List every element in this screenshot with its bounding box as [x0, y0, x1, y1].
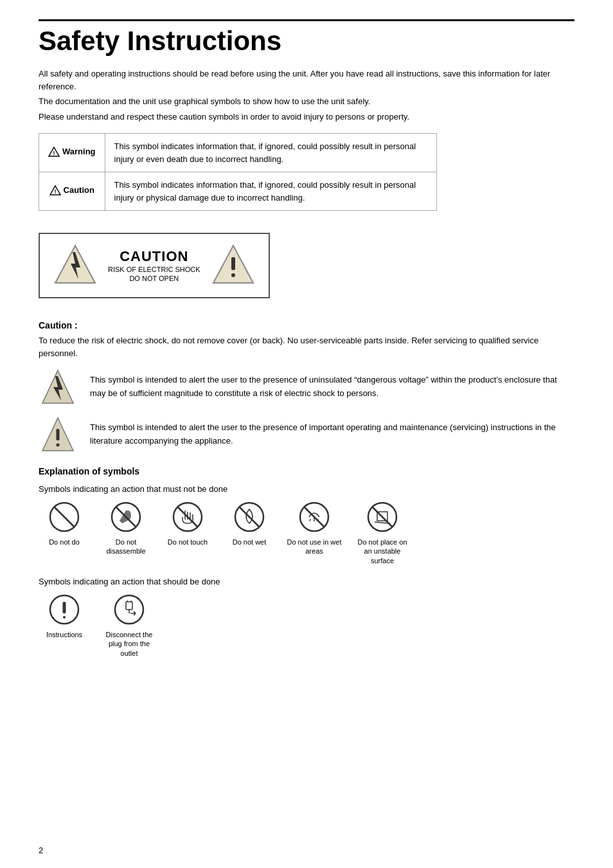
intro-para-3: Please understand and respect these caut…: [39, 111, 574, 123]
page-number: 2: [39, 845, 43, 855]
page-title: Safety Instructions: [39, 19, 574, 56]
do-not-touch-label: Do not touch: [168, 538, 208, 547]
caution-triangle-icon: !: [49, 185, 61, 195]
caution-box-exclamation-icon: [211, 243, 256, 288]
do-not-touch-icon: [171, 500, 204, 534]
caution-box-lightning-icon: [53, 243, 98, 288]
symbol-do-not-wet: Do not wet: [224, 500, 275, 547]
svg-point-12: [57, 444, 60, 447]
prohibited-symbols-row: Do not do Do not disassemble Do not touc…: [39, 500, 574, 565]
caution-box: CAUTION RISK OF ELECTRIC SHOCK DO NOT OP…: [39, 233, 270, 298]
svg-point-32: [63, 616, 66, 619]
required-symbols-row: Instructions Disconnect the plug from th…: [39, 593, 574, 658]
caution-box-line2: DO NOT OPEN: [108, 274, 200, 283]
exclamation-desc-icon: [39, 416, 77, 455]
lightning-description: This symbol is intended to alert the use…: [39, 368, 574, 407]
symbol-do-not-unstable: Do not place on an unstable surface: [353, 500, 411, 565]
disconnect-plug-label: Disconnect the plug from the outlet: [100, 630, 158, 658]
symbol-do-not-touch: Do not touch: [162, 500, 213, 547]
warning-text: This symbol indicates information that, …: [105, 134, 436, 172]
warning-label: ! Warning: [39, 134, 105, 172]
prohibited-label: Symbols indicating an action that must n…: [39, 484, 574, 494]
exclamation-description-text: This symbol is intended to alert the use…: [90, 416, 574, 448]
do-not-wet-areas-icon: [298, 500, 331, 534]
svg-line-28: [372, 507, 393, 527]
table-row-caution: ! Caution This symbol indicates informat…: [39, 172, 437, 211]
lightning-desc-icon: [39, 368, 77, 407]
svg-rect-35: [126, 602, 132, 610]
svg-text:!: !: [53, 150, 55, 156]
svg-line-15: [54, 507, 75, 527]
instructions-label: Instructions: [46, 630, 82, 639]
required-label: Symbols indicating an action that should…: [39, 577, 574, 586]
caution-box-title: CAUTION: [108, 248, 200, 265]
do-not-disassemble-icon: [109, 500, 143, 534]
symbol-do-not-do: Do not do: [39, 500, 90, 547]
do-not-unstable-icon: [366, 500, 399, 534]
intro-para-2: The documentation and the unit use graph…: [39, 95, 574, 108]
caution-text: This symbol indicates information that, …: [105, 172, 436, 211]
do-not-wet-label: Do not wet: [233, 538, 267, 547]
svg-point-7: [231, 273, 235, 277]
explanation-section: Explanation of symbols Symbols indicatin…: [39, 466, 574, 658]
explanation-heading: Explanation of symbols: [39, 466, 574, 476]
do-not-disassemble-label: Do not disassemble: [100, 538, 152, 556]
svg-text:!: !: [54, 188, 56, 195]
disconnect-plug-icon: [112, 593, 146, 626]
caution-section-text: To reduce the risk of electric shock, do…: [39, 334, 574, 359]
instructions-icon: [48, 593, 81, 626]
do-not-unstable-label: Do not place on an unstable surface: [353, 538, 411, 565]
svg-rect-8: [231, 257, 235, 270]
do-not-wet-icon: [233, 500, 266, 534]
warning-triangle-icon: !: [48, 147, 60, 157]
symbol-table: ! Warning This symbol indicates informat…: [39, 133, 437, 211]
do-not-do-label: Do not do: [49, 538, 80, 547]
caution-section-heading: Caution :: [39, 320, 574, 330]
svg-rect-33: [63, 602, 66, 613]
intro-para-1: All safety and operating instructions sh…: [39, 68, 574, 93]
symbol-do-not-disassemble: Do not disassemble: [100, 500, 152, 556]
lightning-description-text: This symbol is intended to alert the use…: [90, 368, 574, 401]
do-not-do-icon: [48, 500, 81, 534]
do-not-wet-areas-label: Do not use in wet areas: [285, 538, 343, 556]
symbol-disconnect-plug: Disconnect the plug from the outlet: [100, 593, 158, 658]
caution-label: ! Caution: [39, 172, 105, 211]
exclamation-description: This symbol is intended to alert the use…: [39, 416, 574, 455]
symbol-instructions: Instructions: [39, 593, 90, 639]
table-row-warning: ! Warning This symbol indicates informat…: [39, 134, 437, 172]
caution-box-line1: RISK OF ELECTRIC SHOCK: [108, 265, 200, 274]
symbol-do-not-wet-areas: Do not use in wet areas: [285, 500, 343, 556]
svg-rect-13: [57, 429, 60, 440]
svg-line-25: [310, 519, 310, 521]
